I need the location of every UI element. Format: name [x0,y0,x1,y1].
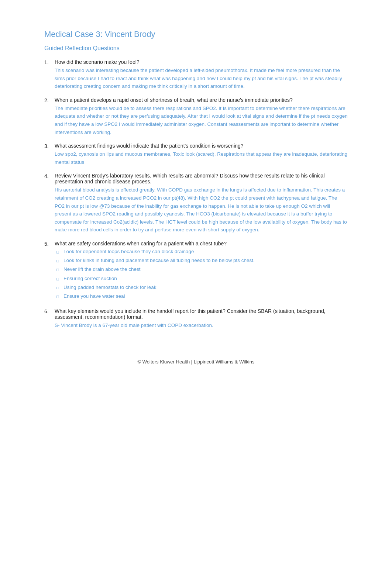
bullet-text: Look for dependent loops because they ca… [63,248,194,255]
bullet-item: ◻Using padded hemostats to check for lea… [56,284,348,291]
question-text-6: What key elements would you include in t… [55,308,348,320]
question-number-1: 1. [44,59,52,90]
question-item-2: 2.When a patient develops a rapid onset … [44,97,348,136]
bullet-icon: ◻ [56,276,61,282]
question-content-4: Review Vincent Brody's laboratory result… [55,173,348,234]
question-item-3: 3.What assessment findings would indicat… [44,143,348,166]
bullet-list-5: ◻Look for dependent loops because they c… [55,248,348,300]
bullet-text: Look for kinks in tubing and placement b… [63,257,255,264]
question-item-1: 1.How did the scenario make you feel?Thi… [44,59,348,90]
question-item-4: 4.Review Vincent Brody's laboratory resu… [44,173,348,234]
answer-text-4: His aerterial blood analysis is effected… [55,186,348,234]
bullet-text: Ensure you have water seal [63,293,125,300]
question-text-4: Review Vincent Brody's laboratory result… [55,173,348,184]
answer-text-6: S- Vincent Brody is a 67-year old male p… [55,321,348,330]
question-number-5: 5. [44,241,52,302]
page-title: Medical Case 3: Vincent Brody [44,30,348,39]
question-content-5: What are safety considerations when cari… [55,241,348,302]
question-content-6: What key elements would you include in t… [55,308,348,330]
question-item-5: 5.What are safety considerations when ca… [44,241,348,302]
questions-list: 1.How did the scenario make you feel?Thi… [44,59,348,330]
question-number-4: 4. [44,173,52,234]
question-number-2: 2. [44,97,52,136]
bullet-item: ◻Ensuring correct suction [56,275,348,282]
question-content-1: How did the scenario make you feel?This … [55,59,348,90]
question-content-2: When a patient develops a rapid onset of… [55,97,348,136]
bullet-item: ◻Ensure you have water seal [56,293,348,300]
bullet-icon: ◻ [56,249,61,255]
bullet-item: ◻Look for dependent loops because they c… [56,248,348,255]
bullet-text: Never lift the drain above the chest [63,266,141,273]
question-text-1: How did the scenario make you feel? [55,59,348,65]
bullet-icon: ◻ [56,258,61,264]
bullet-item: ◻Never lift the drain above the chest [56,266,348,273]
bullet-icon: ◻ [56,267,61,273]
question-text-2: When a patient develops a rapid onset of… [55,97,348,103]
bullet-text: Using padded hemostats to check for leak [63,284,156,291]
bullet-icon: ◻ [56,285,61,291]
question-item-6: 6.What key elements would you include in… [44,308,348,330]
question-text-3: What assessment findings would indicate … [55,143,348,149]
bullet-icon: ◻ [56,294,61,300]
question-content-3: What assessment findings would indicate … [55,143,348,166]
footer: © Wolters Kluwer Health | Lippincott Wil… [44,359,348,365]
question-number-6: 6. [44,308,52,330]
bullet-text: Ensuring correct suction [63,275,117,282]
answer-text-2: The immediate priorities would be to ass… [55,104,348,136]
answer-text-1: This scenario was interesting because th… [55,66,348,90]
section-subtitle: Guided Reflection Questions [44,45,348,52]
question-text-5: What are safety considerations when cari… [55,241,348,246]
answer-text-3: Low spo2, cyanosis on lips and mucous me… [55,150,348,166]
question-number-3: 3. [44,143,52,166]
bullet-item: ◻Look for kinks in tubing and placement … [56,257,348,264]
